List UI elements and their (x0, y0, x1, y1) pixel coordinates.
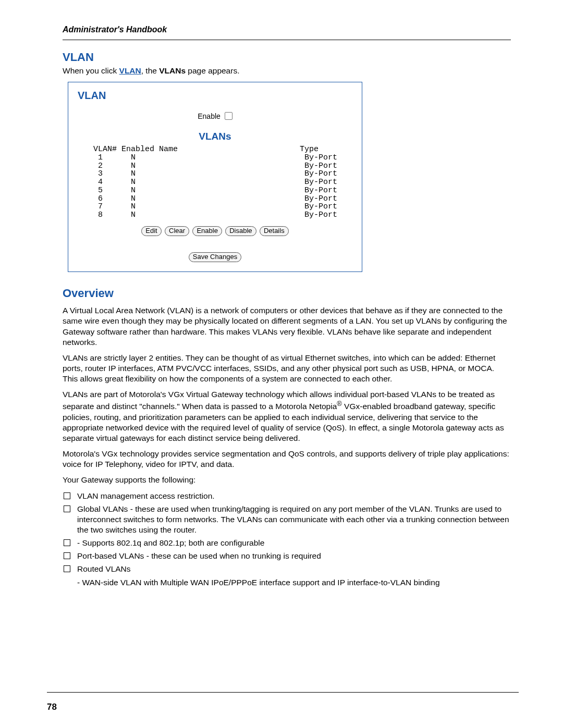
section-title-overview: Overview (63, 287, 511, 300)
paragraph-2: VLANs are strictly layer 2 entities. The… (63, 353, 511, 384)
intro-mid: , the (141, 66, 159, 75)
section-title-vlan: VLAN (63, 51, 511, 64)
list-item: Global VLANs - these are used when trunk… (63, 504, 511, 535)
vlan-link[interactable]: VLAN (119, 66, 141, 75)
save-row: Save Changes (78, 252, 352, 262)
panel-title: VLAN (78, 90, 352, 102)
list-item: VLAN management access restriction. (63, 491, 511, 501)
sub-bullet: - WAN-side VLAN with Multiple WAN IPoE/P… (77, 577, 511, 588)
paragraph-4: Motorola's VGx technology provides servi… (63, 449, 511, 470)
paragraph-1: A Virtual Local Area Network (VLAN) is a… (63, 305, 511, 348)
body-text: A Virtual Local Area Network (VLAN) is a… (63, 305, 511, 485)
page-number: 78 (47, 702, 57, 712)
action-button-row: Edit Clear Enable Disable Details (78, 226, 352, 236)
enable-row: Enable (78, 112, 352, 120)
disable-button[interactable]: Disable (225, 226, 256, 236)
intro-prefix: When you click (63, 66, 119, 75)
vlan-table: VLAN# Enabled Name Type 1 N By-Port 2 N … (93, 145, 337, 219)
header-rule (63, 40, 511, 40)
intro-bold: VLANs (159, 66, 186, 75)
vlan-table-body: 1 N By-Port 2 N By-Port 3 N By-Port 4 N (93, 154, 337, 219)
vlan-config-panel: VLAN Enable VLANs VLAN# Enabled Name Typ… (68, 82, 362, 272)
footer-rule (47, 692, 519, 693)
list-item: Port-based VLANs - these can be used whe… (63, 551, 511, 561)
paragraph-3: VLANs are part of Motorola's VGx Virtual… (63, 389, 511, 443)
enable-label: Enable (198, 112, 221, 120)
table-section-title: VLANs (78, 131, 352, 142)
registered-symbol: ® (337, 400, 342, 408)
enable-button[interactable]: Enable (192, 226, 222, 236)
paragraph-5: Your Gateway supports the following: (63, 475, 511, 485)
clear-button[interactable]: Clear (165, 226, 189, 236)
running-header: Administrator's Handbook (63, 25, 511, 34)
enable-checkbox[interactable] (225, 112, 232, 120)
save-button[interactable]: Save Changes (189, 252, 241, 262)
feature-list: VLAN management access restriction.Globa… (63, 491, 511, 575)
list-item: Routed VLANs (63, 564, 511, 574)
intro-suffix: page appears. (186, 66, 239, 75)
intro-line: When you click VLAN, the VLANs page appe… (63, 66, 511, 76)
vlan-table-head: VLAN# Enabled Name Type (93, 145, 337, 154)
list-item: - Supports 802.1q and 802.1p; both are c… (63, 538, 511, 548)
edit-button[interactable]: Edit (141, 226, 161, 236)
details-button[interactable]: Details (260, 226, 289, 236)
